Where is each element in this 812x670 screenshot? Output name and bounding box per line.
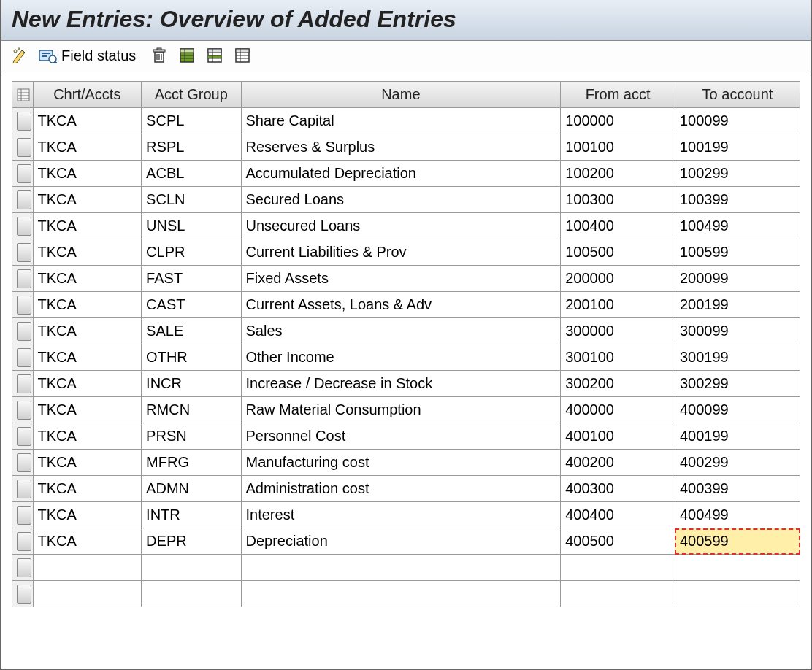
cell-from[interactable]: 400100: [561, 423, 675, 450]
cell-chrt[interactable]: TKCA: [33, 528, 142, 555]
cell-empty[interactable]: [142, 555, 241, 581]
row-selector-cell[interactable]: [12, 555, 34, 581]
cell-name[interactable]: Fixed Assets: [241, 266, 561, 292]
cell-from[interactable]: 100000: [561, 108, 675, 134]
row-selector-cell[interactable]: [12, 423, 34, 450]
cell-to[interactable]: 400299: [675, 450, 800, 476]
select-block-icon[interactable]: [204, 45, 225, 66]
row-selector[interactable]: [17, 558, 31, 577]
cell-grp[interactable]: PRSN: [142, 423, 241, 450]
cell-name[interactable]: Manufacturing cost: [241, 450, 561, 476]
cell-from[interactable]: 400000: [561, 397, 675, 423]
row-selector[interactable]: [17, 243, 31, 262]
cell-to[interactable]: 100199: [675, 134, 800, 161]
cell-to[interactable]: 200199: [675, 292, 800, 318]
cell-name[interactable]: Share Capital: [241, 108, 561, 134]
cell-to[interactable]: 300099: [675, 318, 800, 344]
row-selector[interactable]: [17, 427, 31, 446]
cell-to[interactable]: 300199: [675, 344, 800, 371]
cell-empty[interactable]: [142, 581, 241, 607]
cell-to[interactable]: 100299: [675, 161, 800, 187]
cell-to[interactable]: 400499: [675, 502, 800, 528]
cell-empty[interactable]: [561, 555, 675, 581]
cell-grp[interactable]: DEPR: [142, 528, 241, 555]
cell-chrt[interactable]: TKCA: [33, 318, 142, 344]
row-selector[interactable]: [17, 532, 31, 551]
cell-chrt[interactable]: TKCA: [33, 213, 142, 239]
cell-from[interactable]: 400500: [561, 528, 675, 555]
cell-name[interactable]: Other Income: [241, 344, 561, 371]
select-all-icon[interactable]: [177, 45, 197, 66]
row-selector[interactable]: [17, 401, 31, 420]
cell-chrt[interactable]: TKCA: [33, 371, 142, 397]
cell-grp[interactable]: FAST: [142, 266, 241, 292]
row-selector-cell[interactable]: [12, 318, 34, 344]
col-to-account[interactable]: To account: [675, 82, 800, 108]
row-selector[interactable]: [17, 453, 31, 472]
field-status-icon[interactable]: [38, 45, 57, 66]
row-selector[interactable]: [17, 138, 31, 157]
cell-empty[interactable]: [241, 555, 561, 581]
row-selector[interactable]: [17, 217, 31, 236]
cell-grp[interactable]: INCR: [142, 371, 241, 397]
cell-from[interactable]: 200000: [561, 266, 675, 292]
row-selector[interactable]: [17, 269, 31, 288]
row-selector[interactable]: [17, 112, 31, 131]
select-all-header[interactable]: [12, 82, 34, 108]
cell-name[interactable]: Secured Loans: [241, 187, 561, 213]
row-selector-cell[interactable]: [12, 239, 34, 266]
row-selector-cell[interactable]: [12, 161, 34, 187]
cell-chrt[interactable]: TKCA: [33, 187, 142, 213]
cell-grp[interactable]: SCLN: [142, 187, 241, 213]
cell-grp[interactable]: INTR: [142, 502, 241, 528]
cell-name[interactable]: Sales: [241, 318, 561, 344]
row-selector-cell[interactable]: [12, 528, 34, 555]
cell-name[interactable]: Raw Material Consumption: [241, 397, 561, 423]
row-selector-cell[interactable]: [12, 134, 34, 161]
cell-to[interactable]: 400099: [675, 397, 800, 423]
cell-from[interactable]: 400400: [561, 502, 675, 528]
cell-empty[interactable]: [33, 555, 142, 581]
row-selector[interactable]: [17, 480, 31, 498]
cell-to[interactable]: 200099: [675, 266, 800, 292]
cell-to[interactable]: 400599: [675, 528, 800, 555]
row-selector[interactable]: [17, 296, 31, 315]
cell-chrt[interactable]: TKCA: [33, 292, 142, 318]
cell-grp[interactable]: RSPL: [142, 134, 241, 161]
row-selector[interactable]: [17, 164, 31, 183]
cell-from[interactable]: 100500: [561, 239, 675, 266]
cell-empty[interactable]: [675, 555, 800, 581]
row-selector-cell[interactable]: [12, 266, 34, 292]
cell-name[interactable]: Personnel Cost: [241, 423, 561, 450]
cell-from[interactable]: 300100: [561, 344, 675, 371]
col-from-acct[interactable]: From acct: [561, 82, 675, 108]
cell-grp[interactable]: SALE: [142, 318, 241, 344]
cell-empty[interactable]: [675, 581, 800, 607]
col-chrt-accts[interactable]: Chrt/Accts: [33, 82, 142, 108]
cell-grp[interactable]: CAST: [142, 292, 241, 318]
cell-name[interactable]: Accumulated Depreciation: [241, 161, 561, 187]
cell-chrt[interactable]: TKCA: [33, 397, 142, 423]
cell-grp[interactable]: UNSL: [142, 213, 241, 239]
cell-empty[interactable]: [561, 581, 675, 607]
row-selector-cell[interactable]: [12, 344, 34, 371]
cell-grp[interactable]: CLPR: [142, 239, 241, 266]
cell-to[interactable]: 400199: [675, 423, 800, 450]
cell-grp[interactable]: MFRG: [142, 450, 241, 476]
cell-grp[interactable]: SCPL: [142, 108, 241, 134]
cell-to[interactable]: 300299: [675, 371, 800, 397]
cell-from[interactable]: 100400: [561, 213, 675, 239]
row-selector-cell[interactable]: [12, 581, 34, 607]
cell-empty[interactable]: [33, 581, 142, 607]
cell-from[interactable]: 100200: [561, 161, 675, 187]
cell-grp[interactable]: ADMN: [142, 476, 241, 502]
cell-name[interactable]: Interest: [241, 502, 561, 528]
col-name[interactable]: Name: [241, 82, 561, 108]
cell-chrt[interactable]: TKCA: [33, 344, 142, 371]
row-selector-cell[interactable]: [12, 108, 34, 134]
cell-chrt[interactable]: TKCA: [33, 134, 142, 161]
row-selector-cell[interactable]: [12, 476, 34, 502]
cell-chrt[interactable]: TKCA: [33, 450, 142, 476]
cell-chrt[interactable]: TKCA: [33, 423, 142, 450]
cell-from[interactable]: 400300: [561, 476, 675, 502]
